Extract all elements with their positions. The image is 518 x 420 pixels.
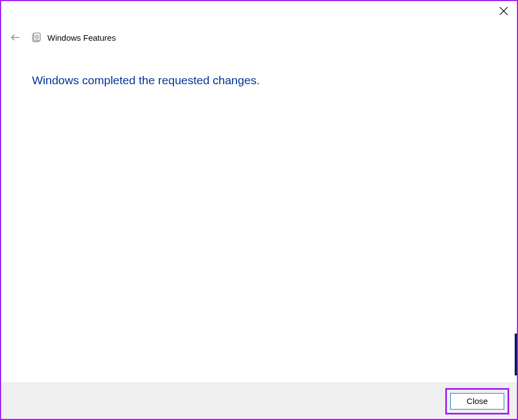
close-button-highlight: Close bbox=[445, 388, 509, 414]
footer-bar: Close bbox=[1, 383, 517, 419]
titlebar bbox=[1, 1, 517, 19]
header-row: Windows Features bbox=[1, 28, 517, 47]
svg-point-5 bbox=[35, 35, 39, 39]
window-title: Windows Features bbox=[47, 33, 116, 42]
close-icon[interactable] bbox=[498, 6, 509, 17]
back-arrow-icon[interactable] bbox=[9, 31, 22, 44]
right-edge-accent bbox=[515, 334, 517, 375]
completion-message: Windows completed the requested changes. bbox=[32, 74, 517, 87]
close-button[interactable]: Close bbox=[450, 393, 504, 410]
content-area: Windows completed the requested changes. bbox=[1, 47, 517, 87]
windows-features-icon bbox=[31, 32, 42, 43]
